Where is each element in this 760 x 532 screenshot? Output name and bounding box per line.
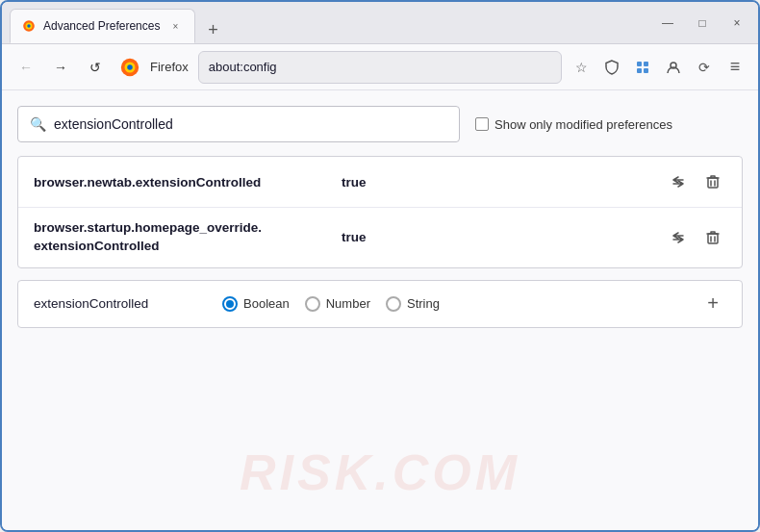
new-preference-row: extensionControlled Boolean Number Strin…	[17, 280, 743, 328]
reset-button-2[interactable]	[665, 224, 692, 251]
svg-rect-7	[644, 62, 648, 66]
svg-rect-9	[644, 68, 648, 73]
delete-button-2[interactable]	[699, 224, 726, 251]
menu-icon[interactable]: ≡	[722, 54, 748, 81]
table-row: browser.startup.homepage_override.extens…	[18, 208, 742, 267]
window-controls: — □ ×	[654, 10, 750, 37]
search-box[interactable]: 🔍	[17, 106, 460, 142]
maximize-button[interactable]: □	[689, 10, 716, 37]
boolean-radio-circle[interactable]	[222, 296, 238, 312]
address-bar[interactable]: about:config	[198, 51, 562, 84]
browser-name-label: Firefox	[150, 60, 189, 74]
forward-icon: →	[54, 60, 67, 75]
svg-rect-11	[708, 178, 718, 188]
show-modified-label[interactable]: Show only modified preferences	[475, 117, 672, 132]
active-tab[interactable]: Advanced Preferences ×	[10, 9, 195, 43]
reload-button[interactable]: ↺	[81, 53, 110, 82]
preferences-table: browser.newtab.extensionControlled true	[17, 156, 743, 268]
nav-bar: ← → ↺ Firefox about:config ☆	[2, 44, 758, 90]
svg-rect-6	[637, 62, 642, 66]
pref-name-2: browser.startup.homepage_override.extens…	[34, 219, 342, 256]
number-label: Number	[326, 296, 370, 311]
string-radio[interactable]: String	[386, 296, 440, 312]
forward-button[interactable]: →	[46, 53, 75, 82]
table-row: browser.newtab.extensionControlled true	[18, 157, 742, 208]
tab-close-button[interactable]: ×	[167, 18, 183, 34]
type-radio-group: Boolean Number String	[222, 296, 684, 312]
back-button[interactable]: ←	[12, 53, 40, 82]
title-bar: Advanced Preferences × + — □ ×	[2, 2, 758, 44]
address-text: about:config	[209, 60, 551, 74]
search-row: 🔍 Show only modified preferences	[17, 106, 743, 142]
pref-name-1: browser.newtab.extensionControlled	[34, 175, 342, 190]
back-icon: ←	[19, 60, 33, 75]
string-label: String	[407, 296, 440, 311]
search-icon: 🔍	[30, 116, 46, 132]
profile-icon[interactable]	[660, 54, 687, 81]
search-input[interactable]	[54, 116, 447, 132]
pref-actions-1	[665, 168, 726, 195]
minimize-button[interactable]: —	[654, 10, 681, 37]
svg-point-2	[27, 24, 31, 28]
pref-value-2: true	[342, 230, 665, 244]
tab-area: Advanced Preferences × +	[10, 2, 654, 43]
extension-icon[interactable]	[629, 54, 656, 81]
boolean-radio[interactable]: Boolean	[222, 296, 290, 312]
main-content: RISK.COM 🔍 Show only modified preference…	[2, 90, 758, 530]
close-button[interactable]: ×	[723, 10, 750, 37]
sync-icon[interactable]: ⟳	[691, 54, 718, 81]
browser-window: Advanced Preferences × + — □ × ← → ↺ Fir…	[0, 0, 760, 532]
number-radio-circle[interactable]	[305, 296, 320, 312]
new-pref-name: extensionControlled	[34, 296, 207, 311]
show-modified-text: Show only modified preferences	[494, 117, 672, 132]
new-tab-button[interactable]: +	[199, 16, 226, 43]
svg-point-5	[127, 64, 133, 70]
svg-rect-8	[637, 68, 642, 73]
svg-rect-12	[708, 234, 718, 243]
firefox-logo-icon	[119, 57, 140, 78]
nav-icons-right: ☆ ⟳ ≡	[568, 54, 748, 81]
number-radio[interactable]: Number	[305, 296, 370, 312]
pref-actions-2	[665, 224, 726, 251]
reset-button-1[interactable]	[665, 168, 692, 195]
boolean-label: Boolean	[243, 296, 290, 311]
pref-value-1: true	[342, 175, 665, 190]
tab-title: Advanced Preferences	[43, 19, 160, 33]
reload-icon: ↺	[89, 60, 101, 75]
tab-favicon	[22, 19, 36, 33]
bookmark-icon[interactable]: ☆	[568, 54, 595, 81]
watermark: RISK.COM	[240, 443, 520, 501]
add-preference-button[interactable]: +	[699, 291, 726, 317]
shield-icon[interactable]	[598, 54, 625, 81]
show-modified-checkbox[interactable]	[475, 117, 489, 131]
string-radio-circle[interactable]	[386, 296, 401, 312]
delete-button-1[interactable]	[699, 168, 726, 195]
